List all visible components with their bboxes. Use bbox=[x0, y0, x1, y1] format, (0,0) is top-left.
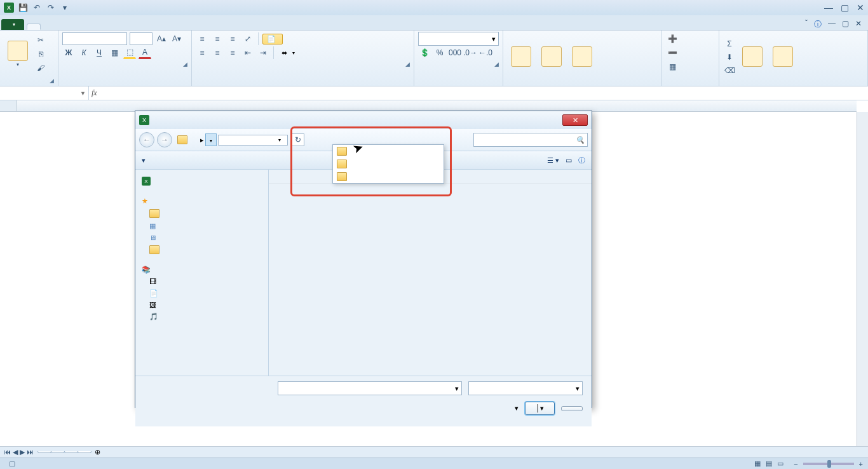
file-filter-combo[interactable]: ▾ bbox=[468, 381, 583, 395]
percent-icon[interactable]: % bbox=[433, 46, 446, 59]
select-all-corner[interactable] bbox=[0, 100, 17, 112]
dialog-launcher-icon[interactable]: ◢ bbox=[494, 61, 499, 67]
dialog-launcher-icon[interactable]: ◢ bbox=[183, 61, 187, 67]
dialog-titlebar[interactable]: X ✕ bbox=[135, 111, 592, 129]
tab-developer[interactable] bbox=[117, 25, 130, 30]
copy-icon[interactable]: ⎘ bbox=[34, 48, 47, 60]
sidebar-item[interactable]: 🎵 bbox=[142, 311, 262, 323]
filename-input[interactable]: ▾ bbox=[278, 381, 462, 395]
sidebar-item[interactable]: 🖥 bbox=[142, 232, 262, 243]
refresh-icon[interactable]: ↻ bbox=[292, 133, 304, 146]
breadcrumb-dropdown[interactable] bbox=[332, 144, 444, 184]
paste-button[interactable]: ▾ bbox=[4, 39, 32, 69]
inc-decimal-icon[interactable]: .0→ bbox=[464, 46, 477, 59]
dialog-close-button[interactable]: ✕ bbox=[562, 114, 588, 126]
macro-icon[interactable]: ▢ bbox=[9, 459, 15, 468]
sidebar-item[interactable]: 🖼 bbox=[142, 299, 262, 311]
organize-button[interactable]: ▾ bbox=[142, 156, 146, 165]
view-break-icon[interactable]: ▭ bbox=[777, 459, 783, 468]
breadcrumb-current[interactable]: ▾ bbox=[218, 135, 288, 146]
sidebar-libraries[interactable]: 📚 bbox=[142, 264, 262, 276]
doc-close-icon[interactable]: ✕ bbox=[855, 19, 862, 30]
underline-icon[interactable]: Ч bbox=[93, 46, 105, 59]
fill-icon[interactable]: ⬇ bbox=[723, 51, 736, 64]
cut-icon[interactable]: ✂ bbox=[34, 34, 47, 46]
currency-icon[interactable]: 💲 bbox=[418, 46, 431, 59]
indent-inc-icon[interactable]: ⇥ bbox=[257, 46, 269, 59]
nav-back-button[interactable]: ← bbox=[139, 132, 154, 147]
sheet-tab-active[interactable] bbox=[78, 451, 92, 453]
dialog-help-icon[interactable]: ⓘ bbox=[578, 156, 585, 165]
view-normal-icon[interactable]: ▦ bbox=[754, 459, 761, 468]
close-icon[interactable]: ✕ bbox=[857, 3, 864, 13]
zoom-in-icon[interactable]: + bbox=[859, 460, 863, 468]
dropdown-item-current[interactable] bbox=[333, 170, 444, 183]
qat-more-icon[interactable]: ▾ bbox=[60, 3, 70, 13]
dropdown-item[interactable] bbox=[333, 145, 444, 158]
cancel-button[interactable] bbox=[561, 406, 583, 411]
comma-icon[interactable]: 000 bbox=[449, 46, 461, 59]
zoom-out-icon[interactable]: − bbox=[794, 460, 797, 468]
font-size-combo[interactable] bbox=[130, 32, 153, 45]
new-sheet-icon[interactable]: ⊕ bbox=[91, 448, 104, 456]
save-icon[interactable]: 💾 bbox=[18, 3, 28, 13]
tab-data[interactable] bbox=[79, 25, 92, 30]
tab-view[interactable] bbox=[104, 25, 117, 30]
align-middle-icon[interactable]: ≡ bbox=[211, 32, 224, 45]
font-color-icon[interactable]: A bbox=[139, 46, 151, 59]
number-format-combo[interactable]: ▾ bbox=[418, 32, 499, 46]
dialog-search-input[interactable]: 🔍 bbox=[473, 133, 588, 147]
preview-pane-icon[interactable]: ▭ bbox=[566, 156, 572, 165]
sidebar-item[interactable] bbox=[142, 207, 262, 220]
sidebar-item-excel[interactable]: X bbox=[142, 175, 262, 187]
orientation-icon[interactable]: ⤢ bbox=[241, 32, 254, 45]
dec-decimal-icon[interactable]: ←.0 bbox=[479, 46, 492, 59]
open-button[interactable]: │▾ bbox=[525, 402, 555, 415]
help-icon[interactable]: ⓘ bbox=[814, 19, 822, 30]
doc-minimize-icon[interactable]: — bbox=[828, 19, 836, 30]
breadcrumb-segment[interactable] bbox=[190, 137, 199, 142]
name-box[interactable]: ▼ bbox=[0, 86, 89, 100]
grow-font-icon[interactable]: A▴ bbox=[155, 32, 168, 45]
sidebar-item[interactable]: 📄 bbox=[142, 287, 262, 299]
font-name-combo[interactable] bbox=[62, 32, 127, 45]
format-cells-icon[interactable]: ▦ bbox=[666, 60, 679, 73]
sidebar-item[interactable]: 🎞 bbox=[142, 276, 262, 287]
sort-filter-button[interactable] bbox=[738, 45, 766, 69]
tab-home[interactable] bbox=[27, 24, 41, 30]
wrap-text-button[interactable]: 📄 bbox=[262, 34, 283, 44]
border-icon[interactable]: ▦ bbox=[108, 46, 121, 59]
dropdown-item[interactable] bbox=[333, 158, 444, 170]
align-right-icon[interactable]: ≡ bbox=[226, 46, 239, 59]
format-painter-icon[interactable]: 🖌 bbox=[34, 62, 47, 74]
tab-layout[interactable] bbox=[53, 25, 66, 30]
sheet-nav[interactable]: ⏮◀▶⏭ bbox=[0, 448, 37, 456]
fx-icon[interactable]: fx bbox=[92, 88, 97, 98]
fill-color-icon[interactable]: ⬚ bbox=[123, 46, 136, 59]
vertical-scrollbar[interactable] bbox=[857, 112, 868, 458]
sheet-tab[interactable] bbox=[37, 451, 51, 453]
shrink-font-icon[interactable]: A▾ bbox=[170, 32, 183, 45]
sidebar-item[interactable]: ▦ bbox=[142, 220, 262, 232]
breadcrumb-segment-highlighted[interactable]: ▾ bbox=[205, 133, 217, 146]
align-center-icon[interactable]: ≡ bbox=[211, 46, 224, 59]
tab-formulas[interactable] bbox=[66, 25, 79, 30]
minimize-ribbon-icon[interactable]: ˇ bbox=[805, 19, 808, 30]
delete-cells-icon[interactable]: ➖ bbox=[666, 46, 679, 59]
nav-forward-button[interactable]: → bbox=[157, 132, 172, 147]
sheet-tab[interactable] bbox=[64, 451, 78, 453]
sidebar-item[interactable] bbox=[142, 243, 262, 256]
restore-icon[interactable]: ▢ bbox=[841, 3, 849, 13]
undo-icon[interactable]: ↶ bbox=[32, 3, 42, 13]
align-top-icon[interactable]: ≡ bbox=[196, 32, 208, 45]
tab-review[interactable] bbox=[92, 25, 104, 30]
format-table-button[interactable] bbox=[538, 45, 566, 69]
bold-icon[interactable]: Ж bbox=[62, 46, 75, 59]
cell-styles-button[interactable] bbox=[568, 45, 596, 69]
align-left-icon[interactable]: ≡ bbox=[196, 46, 208, 59]
sheet-tab[interactable] bbox=[51, 451, 65, 453]
view-layout-icon[interactable]: ▤ bbox=[766, 459, 772, 468]
doc-restore-icon[interactable]: ▢ bbox=[842, 19, 849, 30]
view-mode-button[interactable]: ☰ ▾ bbox=[547, 156, 559, 165]
dialog-launcher-icon[interactable]: ◢ bbox=[50, 78, 54, 84]
